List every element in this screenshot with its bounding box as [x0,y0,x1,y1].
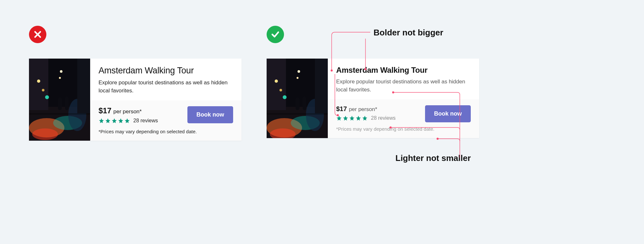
tour-thumbnail [267,59,328,138]
svg-rect-14 [65,97,69,110]
reviews-count: 28 reviews [371,115,395,121]
svg-rect-22 [267,59,286,110]
svg-point-10 [59,77,61,79]
svg-point-8 [37,80,40,83]
book-now-button[interactable]: Book now [187,106,233,123]
star-icon [343,115,348,121]
check-badge [267,26,284,43]
annotation-bolder: Bolder not bigger [374,28,443,38]
star-icon [124,118,130,124]
svg-rect-13 [58,97,62,110]
card-body: Amsterdam Walking Tour Explore popular t… [328,59,479,138]
price-amount: $17 [336,105,347,113]
tour-title: Amsterdam Walking Tour [336,66,471,75]
svg-point-24 [275,80,278,83]
svg-rect-23 [315,59,328,113]
svg-point-27 [298,70,300,73]
star-icon [362,115,368,121]
price-unit: per person* [113,108,142,115]
price-disclaimer: *Prices may vary depending on selected d… [336,126,471,132]
star-rating [99,118,130,124]
reviews-count: 28 reviews [133,118,158,124]
star-rating [336,115,368,121]
svg-rect-6 [29,59,48,110]
example-bad: Amsterdam Walking Tour Explore popular t… [29,26,242,141]
star-icon [105,118,111,124]
check-icon [271,30,280,39]
card-body: Amsterdam Walking Tour Explore popular t… [90,59,242,141]
star-icon [118,118,124,124]
svg-rect-30 [303,97,306,110]
svg-point-12 [45,95,49,99]
svg-rect-29 [296,97,299,110]
svg-point-9 [42,89,44,91]
tour-description: Explore popular tourist destinations as … [336,78,471,94]
star-icon [111,118,117,124]
price-line: $17 per person* [336,105,395,113]
annotation-lighter: Lighter not smaller [395,153,471,163]
price-amount: $17 [99,106,111,115]
tour-card-bad: Amsterdam Walking Tour Explore popular t… [29,59,242,141]
tour-card-good: Amsterdam Walking Tour Explore popular t… [267,59,479,138]
tour-thumbnail [29,59,90,141]
svg-point-25 [279,89,282,91]
cross-badge [29,26,46,43]
svg-point-11 [60,70,62,73]
svg-rect-15 [29,113,90,115]
price-line: $17 per person* [99,106,158,115]
svg-point-3 [32,128,58,140]
price-unit: per person* [349,106,377,113]
star-icon [349,115,355,121]
star-icon [355,115,361,121]
svg-rect-31 [267,113,328,115]
svg-point-28 [283,95,287,99]
price-disclaimer: *Prices may vary depending on selected d… [99,129,233,134]
example-good: Amsterdam Walking Tour Explore popular t… [267,26,479,138]
book-now-button[interactable]: Book now [425,105,471,122]
cross-icon [33,30,42,39]
svg-point-26 [297,77,298,79]
star-icon [99,118,104,124]
tour-description: Explore popular tourist destinations as … [99,79,233,95]
star-icon [336,115,342,121]
tour-title: Amsterdam Walking Tour [99,66,233,76]
svg-rect-7 [77,59,90,113]
